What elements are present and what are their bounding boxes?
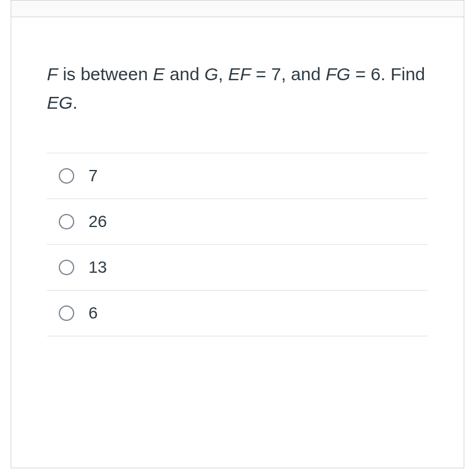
options-list: 726136: [47, 153, 428, 336]
card-header-bar: [11, 1, 464, 17]
question-segment: and: [164, 64, 204, 84]
question-segment: EF: [228, 64, 251, 84]
question-container: F is between E and G, EF = 7, and FG = 6…: [11, 17, 464, 360]
question-segment: F: [47, 64, 58, 84]
question-segment: G: [204, 64, 218, 84]
option-label: 26: [88, 212, 107, 231]
question-segment: FG: [325, 64, 350, 84]
option-label: 13: [88, 258, 107, 277]
question-card: F is between E and G, EF = 7, and FG = 6…: [11, 0, 464, 468]
question-text: F is between E and G, EF = 7, and FG = 6…: [47, 60, 428, 117]
option-label: 6: [88, 304, 98, 323]
question-segment: = 6. Find: [350, 64, 425, 84]
option-row[interactable]: 13: [47, 244, 428, 290]
question-segment: ,: [218, 64, 229, 84]
question-segment: .: [72, 93, 77, 112]
radio-icon[interactable]: [59, 168, 74, 184]
question-segment: is between: [58, 64, 153, 84]
question-segment: = 7, and: [251, 64, 326, 84]
question-segment: E: [153, 64, 164, 84]
option-label: 7: [88, 166, 98, 185]
option-row[interactable]: 26: [47, 198, 428, 244]
radio-icon[interactable]: [59, 260, 74, 275]
radio-icon[interactable]: [59, 214, 74, 229]
option-row[interactable]: 7: [47, 153, 428, 198]
option-row[interactable]: 6: [47, 290, 428, 336]
question-segment: EG: [47, 93, 72, 112]
radio-icon[interactable]: [59, 305, 74, 321]
